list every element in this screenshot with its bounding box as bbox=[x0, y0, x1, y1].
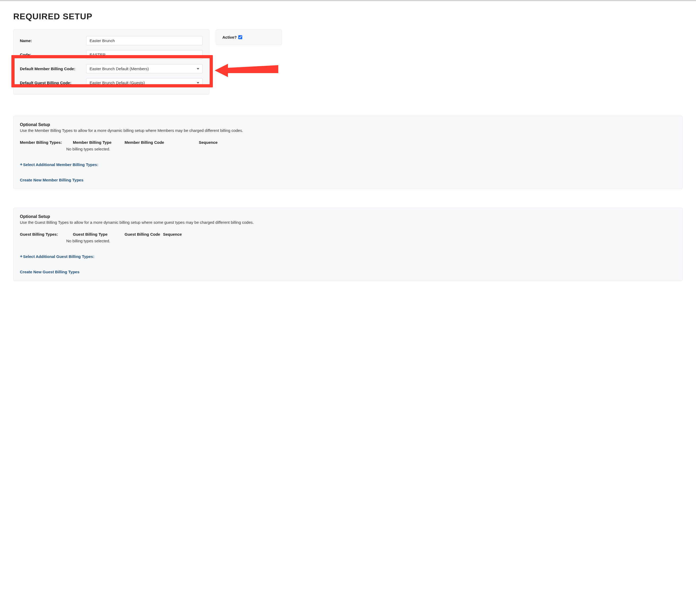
guest-optional-desc: Use the Guest Billing Types to allow for… bbox=[20, 220, 676, 225]
guest-col-seq: Sequence bbox=[163, 232, 676, 237]
guest-table-header: Guest Billing Types: Guest Billing Type … bbox=[20, 232, 676, 237]
code-input[interactable] bbox=[86, 50, 203, 59]
member-optional-desc: Use the Member Billing Types to allow fo… bbox=[20, 128, 676, 133]
member-col-seq: Sequence bbox=[199, 140, 676, 145]
guest-billing-label: Default Guest Billing Code: bbox=[20, 81, 86, 85]
guest-optional-card: Optional Setup Use the Guest Billing Typ… bbox=[13, 208, 683, 281]
name-row: Name: bbox=[20, 36, 203, 45]
member-billing-row: Default Member Billing Code: Easter Brun… bbox=[20, 64, 203, 74]
member-col-type: Member Billing Type bbox=[73, 140, 125, 145]
required-setup-row: Name: Code: Default Member Billing Code:… bbox=[13, 29, 683, 95]
member-col-code: Member Billing Code bbox=[125, 140, 199, 145]
active-checkbox[interactable] bbox=[238, 35, 242, 39]
member-types-label: Member Billing Types: bbox=[20, 140, 73, 145]
member-optional-card: Optional Setup Use the Member Billing Ty… bbox=[13, 116, 683, 189]
guest-optional-title: Optional Setup bbox=[20, 214, 676, 219]
member-empty-text: No billing types selected. bbox=[66, 147, 676, 151]
select-member-types-label: Select Additional Member Billing Types: bbox=[23, 162, 98, 167]
name-input[interactable] bbox=[86, 36, 203, 45]
create-member-types-link[interactable]: Create New Member Billing Types bbox=[20, 178, 83, 182]
guest-empty-text: No billing types selected. bbox=[66, 239, 676, 243]
name-label: Name: bbox=[20, 38, 86, 43]
plus-icon: + bbox=[20, 162, 22, 167]
svg-marker-0 bbox=[215, 64, 278, 77]
member-billing-select[interactable]: Easter Brunch Default (Members) bbox=[86, 64, 203, 74]
guest-col-type: Guest Billing Type bbox=[73, 232, 125, 237]
guest-billing-row: Default Guest Billing Code: Easter Brunc… bbox=[20, 78, 203, 87]
select-member-types-link[interactable]: + Select Additional Member Billing Types… bbox=[20, 162, 98, 167]
select-guest-types-link[interactable]: + Select Additional Guest Billing Types: bbox=[20, 254, 94, 259]
guest-col-code: Guest Billing Code bbox=[125, 232, 163, 237]
required-setup-card: Name: Code: Default Member Billing Code:… bbox=[13, 29, 209, 95]
code-label: Code: bbox=[20, 52, 86, 57]
member-billing-label: Default Member Billing Code: bbox=[20, 66, 86, 71]
active-label: Active? bbox=[222, 35, 237, 39]
select-guest-types-label: Select Additional Guest Billing Types: bbox=[23, 254, 94, 259]
member-table-header: Member Billing Types: Member Billing Typ… bbox=[20, 140, 676, 145]
code-row: Code: bbox=[20, 50, 203, 59]
member-optional-title: Optional Setup bbox=[20, 123, 676, 127]
plus-icon: + bbox=[20, 254, 22, 259]
guest-types-label: Guest Billing Types: bbox=[20, 232, 73, 237]
active-card: Active? bbox=[216, 29, 282, 45]
page-title: REQUIRED SETUP bbox=[13, 12, 683, 21]
guest-billing-select[interactable]: Easter Brunch Default (Guests) bbox=[86, 78, 203, 87]
create-guest-types-link[interactable]: Create New Guest Billing Types bbox=[20, 270, 80, 274]
annotation-arrow bbox=[215, 61, 281, 80]
